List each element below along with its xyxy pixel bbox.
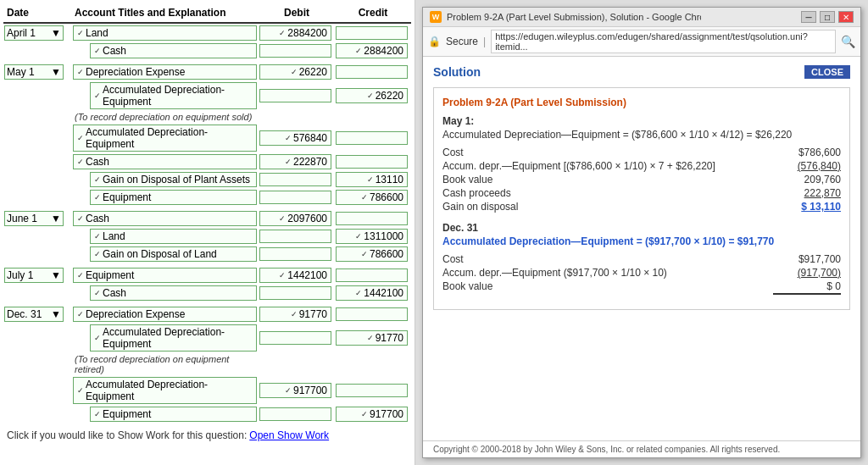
account-input[interactable]: ✓Accumulated Depreciation-Equipment	[73, 125, 257, 152]
debit-input[interactable]: ✓2884200	[259, 25, 331, 41]
credit-input[interactable]	[336, 65, 408, 79]
account-cell: ✓Cash	[71, 42, 259, 59]
debit-input[interactable]: ✓2097600	[259, 211, 331, 226]
minimize-button[interactable]: ─	[801, 11, 816, 23]
account-cell: ✓Depreciation Expense	[71, 64, 259, 80]
credit-input[interactable]: ✓26220	[336, 88, 408, 103]
date-select-july1[interactable]: July 1 ▼	[4, 268, 64, 283]
table-row: ✓Accumulated Depreciation-Equipment ✓262…	[3, 81, 411, 110]
table-row: ✓Cash ✓222870	[3, 153, 411, 170]
debit-input[interactable]	[259, 407, 331, 421]
account-input[interactable]: ✓Cash	[90, 43, 257, 58]
debit-input[interactable]: ✓222870	[259, 154, 331, 169]
maximize-button[interactable]: □	[820, 11, 835, 23]
credit-input[interactable]: ✓2884200	[336, 43, 408, 58]
credit-input[interactable]: ✓917700	[336, 407, 408, 422]
credit-input[interactable]	[336, 212, 408, 225]
show-work-link[interactable]: Open Show Work	[249, 429, 329, 441]
account-cell: ✓Cash	[71, 210, 259, 227]
col-debit: Debit	[259, 5, 335, 20]
debit-input[interactable]: ✓91770	[259, 307, 331, 322]
debit-input[interactable]	[259, 247, 331, 261]
section-heading: May 1:	[442, 115, 841, 127]
account-input[interactable]: ✓Accumulated Depreciation-Equipment	[90, 82, 257, 109]
account-input[interactable]: ✓Gain on Disposal of Plant Assets	[90, 172, 257, 187]
chrome-tab-title: Problem 9-2A (Part Level Submission), So…	[447, 12, 701, 22]
chrome-title-bar: W Problem 9-2A (Part Level Submission), …	[423, 8, 860, 27]
account-cell: ✓Land	[71, 25, 259, 42]
copyright-text: Copyright © 2000-2018 by John Wiley & So…	[423, 440, 860, 457]
credit-input[interactable]	[336, 268, 408, 282]
account-input[interactable]: ✓Equipment	[90, 407, 257, 422]
debit-input[interactable]: ✓576840	[259, 130, 331, 146]
solution-title: Solution	[433, 65, 481, 79]
date-select-dec31[interactable]: Dec. 31 ▼	[4, 307, 64, 322]
credit-input[interactable]	[336, 131, 408, 145]
close-solution-button[interactable]: CLOSE	[804, 65, 850, 79]
debit-input[interactable]	[259, 191, 331, 204]
solution-box: Problem 9-2A (Part Level Submission) May…	[433, 87, 850, 310]
account-cell: ✓Equipment	[71, 189, 259, 206]
problem-title: Problem 9-2A (Part Level Submission)	[442, 97, 841, 108]
credit-input[interactable]: ✓786600	[336, 190, 408, 205]
credit-input[interactable]	[336, 26, 408, 40]
may1-section: May 1: Accumulated Depreciation—Equipmen…	[442, 115, 841, 213]
col-date: Date	[3, 5, 71, 20]
window-close-button[interactable]: ✕	[838, 11, 854, 23]
table-row: April 1 ▼ ✓Land ✓2884200	[3, 25, 411, 42]
calc-row: Book value 209,760	[442, 173, 841, 186]
account-input[interactable]: ✓Equipment	[90, 190, 257, 205]
date-cell: July 1 ▼	[3, 267, 71, 284]
account-input[interactable]: ✓Cash	[73, 211, 257, 226]
account-input[interactable]: ✓Land	[90, 229, 257, 244]
credit-input[interactable]	[336, 155, 408, 169]
date-select-april1[interactable]: April 1 ▼	[4, 25, 64, 41]
date-cell: May 1 ▼	[3, 64, 71, 80]
account-cell: ✓Gain on Disposal of Land	[71, 246, 259, 263]
credit-input[interactable]: ✓91770	[336, 330, 408, 346]
table-row: ✓Equipment ✓917700	[3, 406, 411, 423]
credit-input[interactable]: ✓786600	[336, 246, 408, 262]
account-input[interactable]: ✓Equipment	[73, 268, 257, 283]
debit-input[interactable]	[259, 44, 331, 58]
credit-input[interactable]: ✓13110	[336, 172, 408, 187]
table-row: ✓Gain on Disposal of Land ✓786600	[3, 246, 411, 263]
debit-input[interactable]: ✓26220	[259, 64, 331, 80]
account-input[interactable]: ✓Land	[73, 25, 257, 41]
search-icon[interactable]: 🔍	[841, 35, 855, 48]
url-box[interactable]: https://edugen.wileyplus.com/edugen/shar…	[491, 30, 836, 53]
credit-input[interactable]: ✓1311000	[336, 229, 408, 244]
credit-input[interactable]: ✓1442100	[336, 285, 408, 301]
solution-header: Solution CLOSE	[433, 65, 850, 79]
account-input[interactable]: ✓Depreciation Expense	[73, 307, 257, 322]
account-input[interactable]: ✓Depreciation Expense	[73, 64, 257, 80]
calc-table-dec31: Cost $917,700 Accum. depr.—Equipment ($9…	[442, 252, 841, 296]
debit-input[interactable]	[259, 331, 331, 345]
table-row: ✓Accumulated Depreciation-Equipment ✓917…	[3, 324, 411, 352]
account-input[interactable]: ✓Cash	[90, 285, 257, 301]
table-row: July 1 ▼ ✓Equipment ✓1442100	[3, 267, 411, 284]
calc-row: Accum. depr.—Equipment ($917,700 × 1/10 …	[442, 266, 841, 280]
credit-input[interactable]	[336, 384, 408, 397]
account-input[interactable]: ✓Gain on Disposal of Land	[90, 246, 257, 262]
debit-input[interactable]	[259, 230, 331, 243]
calc-row: Cost $917,700	[442, 252, 841, 266]
debit-input[interactable]	[259, 89, 331, 102]
account-input[interactable]: ✓Accumulated Depreciation-Equipment	[73, 377, 257, 404]
debit-input[interactable]: ✓917700	[259, 383, 331, 398]
account-cell: ✓Accumulated Depreciation-Equipment	[71, 81, 259, 110]
account-input[interactable]: ✓Accumulated Depreciation-Equipment	[90, 324, 257, 352]
debit-input[interactable]	[259, 286, 331, 300]
note-text: (To record depreciation on equipment sol…	[71, 111, 259, 123]
col-credit: Credit	[335, 5, 411, 20]
account-input[interactable]: ✓Cash	[73, 154, 257, 169]
debit-input[interactable]	[259, 173, 331, 186]
date-select-may1[interactable]: May 1 ▼	[4, 64, 64, 80]
date-select-june1[interactable]: June 1 ▼	[4, 211, 64, 226]
debit-input[interactable]: ✓1442100	[259, 268, 331, 283]
calc-row: Cash proceeds 222,870	[442, 186, 841, 200]
chrome-window: W Problem 9-2A (Part Level Submission), …	[422, 7, 861, 458]
credit-input[interactable]	[336, 307, 408, 321]
table-row: ✓Accumulated Depreciation-Equipment ✓917…	[3, 376, 411, 405]
table-row: ✓Land ✓1311000	[3, 228, 411, 245]
